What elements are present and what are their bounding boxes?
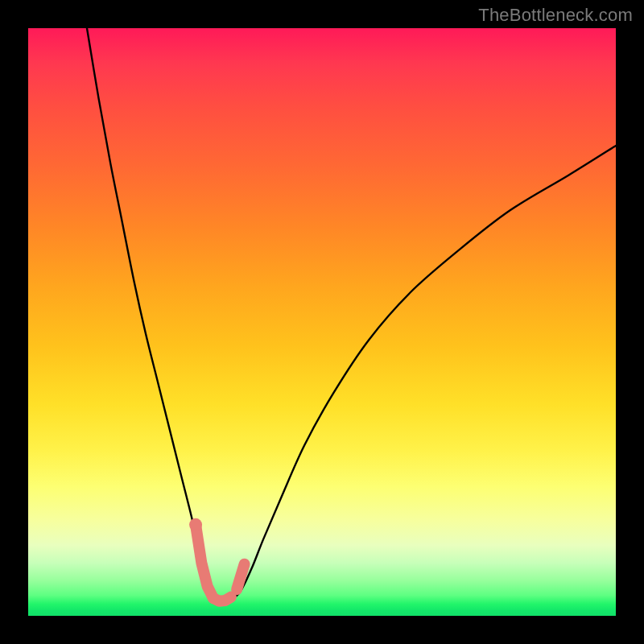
highlight-segment-left: [196, 525, 213, 598]
watermark-label: TheBottleneck.com: [478, 5, 633, 26]
bottleneck-curve: [87, 28, 616, 602]
highlight-segment-bottom: [213, 597, 231, 601]
highlight-dot: [189, 518, 202, 531]
chart-frame: TheBottleneck.com: [0, 0, 644, 644]
plot-area: [28, 28, 616, 616]
highlight-segment-right: [237, 564, 244, 589]
curve-svg: [28, 28, 616, 616]
